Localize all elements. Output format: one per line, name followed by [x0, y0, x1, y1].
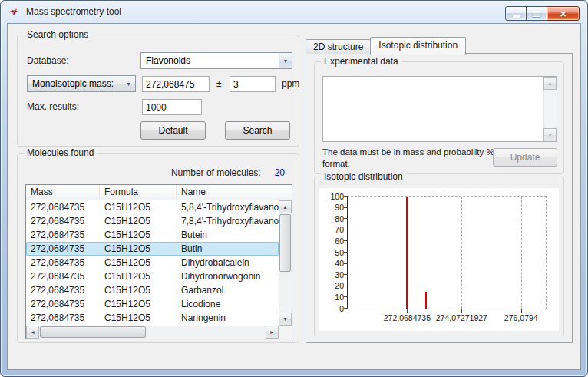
experimental-data-field: ▲ ▼	[322, 76, 557, 142]
y-tick-label: 10	[324, 293, 344, 302]
database-select-value: Flavonoids	[141, 55, 279, 66]
cell-formula: C15H12O5	[100, 202, 177, 213]
column-header-formula[interactable]: Formula	[100, 185, 177, 200]
cell-formula: C15H12O5	[100, 230, 177, 240]
table-horizontal-scrollbar[interactable]: ◄ ►	[26, 326, 279, 339]
max-results-input[interactable]	[142, 99, 202, 115]
y-tick-label: 100	[324, 193, 344, 201]
tab-strip: 2D structure Isotopic distribution	[306, 36, 465, 54]
textarea-vertical-scrollbar[interactable]: ▲ ▼	[543, 77, 557, 141]
y-tick-label: 30	[324, 271, 344, 279]
y-tick-mark	[344, 286, 348, 286]
y-tick-mark	[344, 296, 348, 297]
table-body: 272,0684735C15H12O55,8,4'-Trihydroxyflav…	[26, 200, 279, 326]
mass-mode-select[interactable]: Monoisotopic mass: ▼	[27, 75, 136, 92]
cell-formula: C15H12O5	[100, 243, 177, 254]
tab-2d-structure[interactable]: 2D structure	[306, 39, 371, 54]
y-tick-label: 50	[324, 249, 344, 257]
database-select-arrow[interactable]: ▼	[279, 53, 292, 68]
cell-name: Dihydrobaicalein	[177, 257, 279, 268]
y-tick-label: 90	[324, 203, 344, 212]
isotopic-distribution-group: Isotopic distribution 010203040506070809…	[314, 177, 564, 336]
cell-mass: 272,0684735	[26, 313, 100, 323]
molecule-count-value: 20	[275, 167, 285, 178]
cell-name: 5,8,4'-Trihydroxyflavanon	[177, 202, 279, 213]
x-gridline	[521, 197, 522, 309]
plus-minus-label: ±	[216, 78, 222, 89]
cell-name: Dihydronorwogonin	[177, 271, 279, 282]
tolerance-input[interactable]	[230, 76, 276, 92]
close-button[interactable]: ×	[547, 6, 580, 21]
cell-name: 7,8,4'-Trihydroxyflavanon	[177, 216, 279, 227]
column-header-mass[interactable]: Mass	[26, 185, 100, 200]
molecule-count-row: Number of molecules: 20	[171, 167, 285, 178]
minimize-button[interactable]	[505, 6, 527, 21]
tab-isotopic-distribution[interactable]: Isotopic distribution	[370, 37, 466, 55]
max-results-label: Max. results:	[27, 101, 79, 112]
column-header-name[interactable]: Name	[177, 185, 292, 200]
cell-mass: 272,0684735	[26, 271, 100, 282]
database-select[interactable]: Flavonoids ▼	[140, 52, 292, 69]
y-tick-mark	[344, 218, 348, 219]
database-label: Database:	[27, 55, 69, 66]
window-title: Mass spectrometry tool	[26, 6, 121, 17]
scroll-down-button[interactable]: ▼	[543, 128, 557, 141]
x-tick-label: 272,0684735	[384, 313, 431, 322]
table-header: Mass Formula Name	[26, 185, 292, 200]
update-button[interactable]: Update	[493, 148, 557, 167]
chevron-down-icon: ▼	[283, 58, 289, 64]
molecules-found-group: Molecules found Number of molecules: 20 …	[17, 153, 299, 343]
app-window: ☣ Mass spectrometry tool × Search option…	[0, 0, 588, 377]
table-row[interactable]: 272,0684735C15H12O5Dihydrobaicalein	[26, 256, 279, 270]
app-icon: ☣	[9, 5, 19, 18]
y-tick-mark	[344, 308, 348, 309]
x-tick-mark	[461, 309, 462, 313]
cell-formula: C15H12O5	[100, 285, 177, 296]
molecule-count-label: Number of molecules:	[171, 167, 261, 178]
cell-name: Licodione	[177, 299, 279, 309]
table-row[interactable]: 272,0684735C15H12O5Licodione	[26, 297, 279, 311]
table-row[interactable]: 272,0684735C15H12O5Naringenin	[26, 311, 279, 325]
table-row[interactable]: 272,0684735C15H12O57,8,4'-Trihydroxyflav…	[26, 214, 279, 228]
scroll-up-button[interactable]: ▲	[543, 77, 557, 90]
cell-mass: 272,0684735	[26, 230, 100, 240]
experimental-data-input[interactable]	[324, 78, 543, 141]
vertical-scroll-thumb[interactable]	[279, 214, 291, 272]
horizontal-scroll-thumb[interactable]	[40, 326, 146, 338]
default-button[interactable]: Default	[140, 121, 206, 140]
y-tick-mark	[344, 196, 348, 197]
mass-mode-select-arrow[interactable]: ▼	[122, 76, 135, 91]
isotopic-distribution-legend: Isotopic distribution	[321, 171, 406, 182]
table-row[interactable]: 272,0684735C15H12O55,8,4'-Trihydroxyflav…	[26, 200, 279, 214]
y-tick-label: 20	[324, 282, 344, 290]
table-vertical-scrollbar[interactable]: ▲ ▼	[279, 200, 292, 326]
arrow-up-icon: ▲	[282, 204, 288, 210]
client-area: Search options Database: Flavonoids ▼ Mo…	[7, 23, 581, 370]
x-tick-label: 274,07271927	[436, 313, 487, 322]
arrow-right-icon: ►	[269, 329, 275, 335]
cell-mass: 272,0684735	[26, 257, 100, 268]
mass-input[interactable]	[142, 76, 210, 92]
scroll-left-button[interactable]: ◄	[26, 326, 39, 339]
table-row[interactable]: 272,0684735C15H12O5Butein	[26, 228, 279, 242]
table-row[interactable]: 272,0684735C15H12O5Garbanzol	[26, 283, 279, 297]
tolerance-unit-label: ppm	[282, 78, 299, 89]
table-row[interactable]: 272,0684735C15H12O5Butin	[26, 242, 279, 256]
cell-mass: 272,0684735	[26, 299, 100, 309]
mass-mode-select-value: Monoisotopic mass:	[28, 78, 122, 89]
scroll-down-button[interactable]: ▼	[279, 313, 292, 326]
y-tick-mark	[344, 207, 348, 208]
x-tick-label: 276,0794	[504, 313, 538, 322]
search-options-legend: Search options	[24, 29, 91, 40]
format-note: The data must be in mass and probability…	[322, 147, 495, 170]
scroll-right-button[interactable]: ►	[266, 326, 279, 339]
table-row[interactable]: 272,0684735C15H12O5Dihydronorwogonin	[26, 270, 279, 283]
cell-mass: 272,0684735	[26, 243, 100, 254]
cell-formula: C15H12O5	[100, 271, 177, 282]
molecules-found-legend: Molecules found	[24, 147, 97, 158]
cell-mass: 272,0684735	[26, 285, 100, 296]
search-button[interactable]: Search	[225, 121, 290, 140]
cell-formula: C15H12O5	[100, 257, 177, 268]
scroll-up-button[interactable]: ▲	[279, 200, 292, 213]
maximize-button[interactable]	[526, 6, 547, 21]
